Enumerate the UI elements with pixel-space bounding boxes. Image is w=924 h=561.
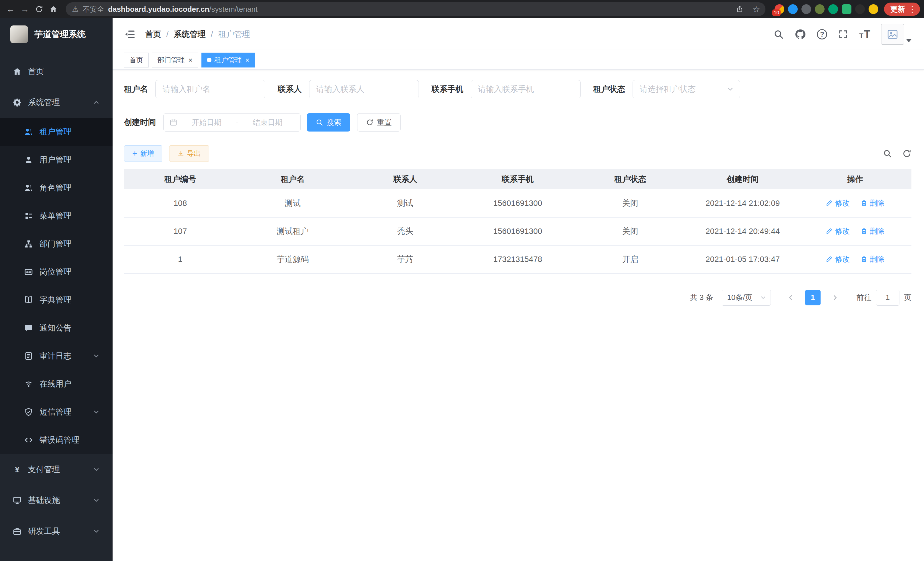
chevron-down-icon <box>760 294 766 301</box>
extension-icon[interactable] <box>828 4 838 14</box>
reset-button[interactable]: 重置 <box>357 113 400 132</box>
phone-label: 联系手机 <box>431 84 464 95</box>
extension-icon[interactable] <box>855 4 865 14</box>
browser-update-button[interactable]: 更新 ⋮ <box>884 3 920 16</box>
security-status-label[interactable]: 不安全 <box>82 5 104 14</box>
browser-forward-icon[interactable]: → <box>18 3 32 16</box>
github-icon[interactable] <box>795 29 806 40</box>
pagination-total: 共 3 条 <box>690 293 713 302</box>
date-separator: - <box>236 118 238 127</box>
help-icon[interactable]: ? <box>817 29 827 39</box>
breadcrumb-home[interactable]: 首页 <box>145 29 161 40</box>
column-header-actions: 操作 <box>799 169 911 189</box>
goto-page-input[interactable] <box>876 290 899 306</box>
sidebar-item-tenant-management[interactable]: 租户管理 <box>0 118 112 146</box>
tab-home[interactable]: 首页 <box>124 53 148 68</box>
breadcrumb-system[interactable]: 系统管理 <box>174 29 206 40</box>
browser-back-icon[interactable]: ← <box>4 3 17 16</box>
sidebar-toggle-icon[interactable] <box>124 29 135 40</box>
sidebar-item-menu-management[interactable]: 菜单管理 <box>0 202 112 230</box>
sidebar-item-label: 首页 <box>28 66 44 77</box>
filter-row-2: 创建时间 开始日期 - 结束日期 搜索 重置 <box>124 113 911 132</box>
delete-link[interactable]: 删除 <box>861 198 885 208</box>
toggle-search-icon[interactable] <box>883 149 892 158</box>
tenant-status-select[interactable]: 请选择租户状态 <box>633 80 740 98</box>
browser-address-bar[interactable]: ⚠ 不安全 dashboard.yudao.iocoder.cn/system/… <box>66 2 765 16</box>
page-number-button[interactable]: 1 <box>805 290 820 305</box>
table-row: 108 测试 测试 15601691300 关闭 2021-12-14 21:0… <box>124 189 911 217</box>
prev-page-button[interactable] <box>783 290 798 305</box>
sidebar-item-payment[interactable]: ¥ 支付管理 <box>0 454 112 485</box>
sidebar-item-error-code[interactable]: 错误码管理 <box>0 426 112 454</box>
extension-icon[interactable] <box>801 4 811 14</box>
sidebar-item-online-users[interactable]: 在线用户 <box>0 370 112 398</box>
contact-label: 联系人 <box>278 84 302 95</box>
tab-tenant-management[interactable]: 租户管理 × <box>201 53 255 68</box>
sidebar-item-infrastructure[interactable]: 基础设施 <box>0 485 112 516</box>
url-text[interactable]: dashboard.yudao.iocoder.cn/system/tenant <box>108 5 729 14</box>
extension-icon[interactable] <box>788 4 798 14</box>
sidebar-item-system-management[interactable]: 系统管理 <box>0 87 112 118</box>
refresh-table-icon[interactable] <box>902 149 911 158</box>
sidebar-item-label: 岗位管理 <box>39 266 71 277</box>
next-page-button[interactable] <box>827 290 843 305</box>
user-avatar-dropdown[interactable] <box>881 24 911 45</box>
share-icon[interactable] <box>734 3 746 15</box>
edit-link[interactable]: 修改 <box>826 254 850 264</box>
edit-link[interactable]: 修改 <box>826 226 850 236</box>
avatar[interactable] <box>881 24 904 45</box>
sidebar-item-notice[interactable]: 通知公告 <box>0 314 112 342</box>
filter-row-1: 租户名 联系人 联系手机 租户状态 请选择租户状态 <box>124 80 911 98</box>
browser-home-icon[interactable] <box>47 3 60 16</box>
export-button[interactable]: 导出 <box>169 145 209 162</box>
tenant-name-field: 租户名 <box>124 80 265 98</box>
sidebar-item-dict-management[interactable]: 字典管理 <box>0 286 112 314</box>
phone-input[interactable] <box>471 80 580 98</box>
delete-link[interactable]: 删除 <box>861 254 885 264</box>
sidebar-item-sms-management[interactable]: 短信管理 <box>0 398 112 426</box>
column-header-contact: 联系人 <box>349 169 461 189</box>
font-size-icon[interactable]: TT <box>859 29 870 39</box>
create-time-range-picker[interactable]: 开始日期 - 结束日期 <box>164 113 301 132</box>
warning-icon: ⚠ <box>72 5 79 14</box>
contact-input[interactable] <box>309 80 419 98</box>
page-size-select[interactable]: 10条/页 <box>722 290 771 306</box>
column-header-created: 创建时间 <box>687 169 799 189</box>
cell-phone: 17321315478 <box>461 245 574 273</box>
tab-dept-management[interactable]: 部门管理 × <box>152 53 198 68</box>
sidebar-item-label: 错误码管理 <box>39 435 80 445</box>
sidebar-item-audit-log[interactable]: 审计日志 <box>0 342 112 370</box>
bookmark-star-icon[interactable]: ☆ <box>750 3 763 15</box>
profile-avatar-icon[interactable] <box>868 4 878 14</box>
online-icon <box>24 379 33 389</box>
tenant-name-input[interactable] <box>155 80 265 98</box>
table-row: 107 测试租户 秃头 15601691300 关闭 2021-12-14 20… <box>124 217 911 245</box>
extension-icon[interactable]: 10 <box>775 4 784 14</box>
sidebar-item-label: 研发工具 <box>28 526 60 537</box>
browser-reload-icon[interactable] <box>33 3 46 16</box>
chevron-down-icon[interactable] <box>906 39 911 42</box>
search-icon <box>316 119 323 126</box>
close-icon[interactable]: × <box>245 56 249 64</box>
download-icon <box>177 150 184 157</box>
tenant-name-label: 租户名 <box>124 84 148 95</box>
close-icon[interactable]: × <box>188 56 193 64</box>
sidebar-item-dev-tools[interactable]: 研发工具 <box>0 516 112 547</box>
edit-link[interactable]: 修改 <box>826 198 850 208</box>
delete-link[interactable]: 删除 <box>861 226 885 236</box>
sidebar-item-user-management[interactable]: 用户管理 <box>0 146 112 174</box>
sidebar-item-dept-management[interactable]: 部门管理 <box>0 230 112 258</box>
sidebar-item-role-management[interactable]: 角色管理 <box>0 174 112 202</box>
add-button[interactable]: + 新增 <box>124 145 162 162</box>
fullscreen-icon[interactable] <box>838 29 848 39</box>
search-button[interactable]: 搜索 <box>307 113 350 132</box>
extension-icon[interactable] <box>815 4 825 14</box>
sidebar-item-post-management[interactable]: 岗位管理 <box>0 258 112 286</box>
extension-icon[interactable] <box>842 4 851 14</box>
logo[interactable]: 芋道管理系统 <box>0 18 112 50</box>
chevron-down-icon <box>93 466 100 473</box>
browser-menu-kebab-icon[interactable]: ⋮ <box>908 4 916 14</box>
page-content: 租户名 联系人 联系手机 租户状态 请选择租户状态 <box>112 70 924 561</box>
sidebar-item-home[interactable]: 首页 <box>0 56 112 87</box>
header-search-icon[interactable] <box>773 29 784 39</box>
